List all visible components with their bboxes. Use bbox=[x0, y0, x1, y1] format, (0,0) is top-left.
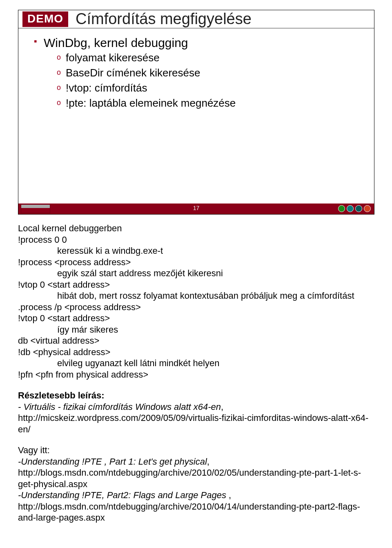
notes-ref-1: - Virtuális - fizikai címfordítás Window… bbox=[18, 401, 374, 413]
sub-item: folyamat kikeresése bbox=[57, 51, 362, 64]
demo-slide: DEMO Címfordítás megfigyelése WinDbg, ke… bbox=[18, 10, 374, 215]
notes-ref-3-title: -Understanding !PTE, Part2: Flags and La… bbox=[18, 490, 226, 500]
notes-line: !vtop 0 <start address> bbox=[18, 313, 374, 324]
notes-section-title: Részletesebb leírás: bbox=[18, 390, 374, 401]
nav-prev-icon bbox=[338, 205, 345, 212]
notes-line: !pfn <pfn from physical address> bbox=[18, 369, 374, 380]
notes-line: !process <process address> bbox=[18, 257, 374, 268]
slide-body: WinDbg, kernel debugging folyamat kikere… bbox=[18, 29, 374, 204]
slide-footer: 17 bbox=[18, 204, 374, 214]
notes-line: Local kernel debuggerben bbox=[18, 223, 374, 234]
notes-ref-1-url: http://micskeiz.wordpress.com/2009/05/09… bbox=[18, 412, 374, 435]
nav-next-icon bbox=[355, 205, 362, 212]
notes-line: egyik szál start address mezőjét kikeres… bbox=[57, 268, 374, 279]
university-logo bbox=[21, 204, 50, 213]
notes-ref-1-title: - Virtuális - fizikai címfordítás Window… bbox=[18, 402, 221, 412]
notes-line: keressük ki a windbg.exe-t bbox=[57, 245, 374, 257]
notes-ref-2-title: -Understanding !PTE , Part 1: Let's get … bbox=[18, 456, 207, 467]
notes-ref-3-url: http://blogs.msdn.com/ntdebugging/archiv… bbox=[18, 501, 374, 523]
notes-line: így már sikeres bbox=[57, 324, 374, 336]
notes-line: !process 0 0 bbox=[18, 234, 374, 246]
notes-line: !vtop 0 <start address> bbox=[18, 279, 374, 291]
slide-title: Címfordítás megfigyelése bbox=[68, 10, 252, 28]
slide-header: DEMO Címfordítás megfigyelése bbox=[18, 10, 374, 29]
notes-line: !db <physical address> bbox=[18, 347, 374, 358]
footer-icons bbox=[338, 205, 371, 212]
notes-ref-2-sep: , bbox=[207, 456, 209, 467]
notes-ref-2: -Understanding !PTE , Part 1: Let's get … bbox=[18, 456, 374, 467]
nav-close-icon bbox=[364, 205, 371, 212]
bullet-main-text: WinDbg, kernel debugging bbox=[44, 36, 188, 49]
sub-item: !pte: laptábla elemeinek megnézése bbox=[57, 97, 362, 110]
notes-ref-2-url: http://blogs.msdn.com/ntdebugging/archiv… bbox=[18, 467, 374, 490]
notes-line: elvileg ugyanazt kell látni mindkét hely… bbox=[57, 358, 374, 369]
bullet-main: WinDbg, kernel debugging folyamat kikere… bbox=[34, 36, 362, 110]
speaker-notes: Local kernel debuggerben !process 0 0 ke… bbox=[18, 223, 374, 523]
sub-item: !vtop: címfordítás bbox=[57, 82, 362, 94]
notes-line: db <virtual address> bbox=[18, 335, 374, 347]
sub-item: BaseDir címének kikeresése bbox=[57, 67, 362, 79]
notes-vagy: Vagy itt: bbox=[18, 445, 374, 456]
notes-line: .process /p <process address> bbox=[18, 302, 374, 313]
notes-ref-3: -Understanding !PTE, Part2: Flags and La… bbox=[18, 490, 374, 501]
notes-ref-1-sep: , bbox=[221, 402, 223, 412]
nav-misc-icon bbox=[347, 205, 354, 212]
demo-badge: DEMO bbox=[22, 11, 68, 27]
notes-line: hibát dob, mert rossz folyamat kontextus… bbox=[57, 290, 374, 302]
notes-ref-3-sep: , bbox=[226, 490, 231, 500]
slide-page-number: 17 bbox=[193, 205, 200, 211]
